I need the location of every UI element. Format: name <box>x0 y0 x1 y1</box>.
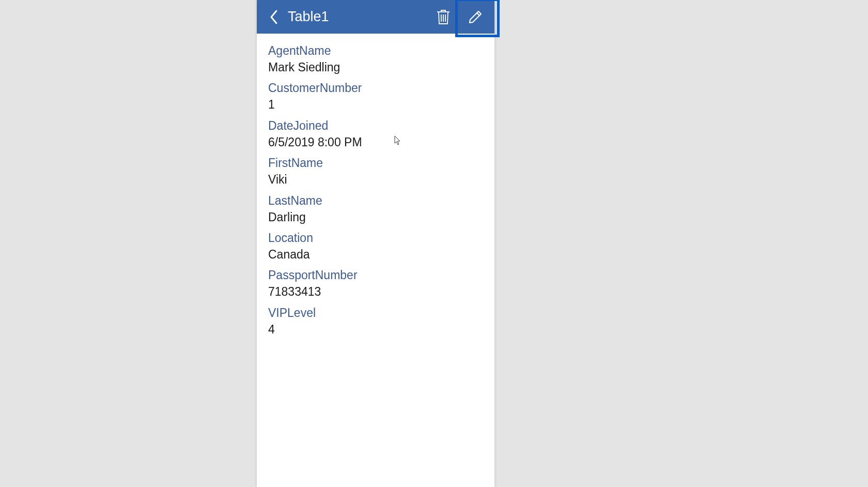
header-actions <box>428 0 490 34</box>
edit-button[interactable] <box>460 2 490 32</box>
page-title: Table1 <box>288 9 428 25</box>
field-value: 6/5/2019 8:00 PM <box>268 134 483 151</box>
field-label: Location <box>268 230 483 246</box>
field-label: LastName <box>268 193 483 209</box>
field-value: Darling <box>268 209 483 226</box>
app-panel: Table1 <box>257 0 494 487</box>
field-firstname: FirstName Viki <box>268 155 483 188</box>
trash-icon <box>437 9 450 25</box>
field-value: 4 <box>268 321 483 338</box>
field-location: Location Canada <box>268 230 483 263</box>
header-bar: Table1 <box>257 0 494 34</box>
detail-content: AgentName Mark Siedling CustomerNumber 1… <box>257 34 494 353</box>
field-label: CustomerNumber <box>268 80 483 96</box>
field-label: FirstName <box>268 155 483 171</box>
field-lastname: LastName Darling <box>268 193 483 226</box>
field-customernumber: CustomerNumber 1 <box>268 80 483 113</box>
chevron-left-icon <box>270 10 278 24</box>
field-value: 1 <box>268 96 483 113</box>
field-label: VIPLevel <box>268 305 483 321</box>
field-datejoined: DateJoined 6/5/2019 8:00 PM <box>268 118 483 151</box>
field-passportnumber: PassportNumber 71833413 <box>268 267 483 300</box>
field-value: Mark Siedling <box>268 59 483 76</box>
svg-line-4 <box>477 13 479 16</box>
delete-button[interactable] <box>428 2 458 32</box>
back-button[interactable] <box>266 7 282 27</box>
field-viplevel: VIPLevel 4 <box>268 305 483 338</box>
field-value: Canada <box>268 246 483 263</box>
field-value: 71833413 <box>268 283 483 300</box>
pencil-icon <box>468 10 483 24</box>
field-label: AgentName <box>268 43 483 59</box>
field-label: PassportNumber <box>268 267 483 283</box>
field-label: DateJoined <box>268 118 483 134</box>
field-agentname: AgentName Mark Siedling <box>268 43 483 76</box>
field-value: Viki <box>268 171 483 188</box>
